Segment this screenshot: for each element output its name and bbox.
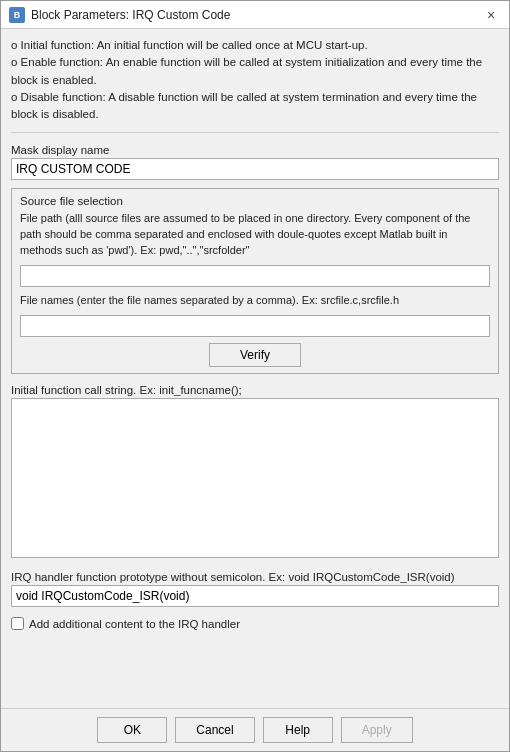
apply-button[interactable]: Apply (341, 717, 413, 743)
initial-function-label: Initial function call string. Ex: init_f… (11, 384, 499, 396)
info-line3: o Disable function: A disable function w… (11, 89, 499, 124)
file-path-input[interactable] (20, 265, 490, 287)
dialog-icon: B (9, 7, 25, 23)
bottom-button-bar: OK Cancel Help Apply (1, 708, 509, 751)
additional-content-checkbox[interactable] (11, 617, 24, 630)
mask-display-section: Mask display name (11, 142, 499, 180)
additional-content-row: Add additional content to the IRQ handle… (11, 617, 499, 630)
source-file-title: Source file selection (20, 195, 490, 207)
additional-content-label: Add additional content to the IRQ handle… (29, 618, 240, 630)
close-button[interactable]: × (481, 5, 501, 25)
mask-display-input[interactable] (11, 158, 499, 180)
file-names-input[interactable] (20, 315, 490, 337)
irq-handler-label: IRQ handler function prototype without s… (11, 571, 499, 583)
verify-button[interactable]: Verify (209, 343, 301, 367)
help-button[interactable]: Help (263, 717, 333, 743)
initial-function-input[interactable] (11, 398, 499, 558)
title-bar: B Block Parameters: IRQ Custom Code × (1, 1, 509, 29)
source-file-group: Source file selection File path (alll so… (11, 188, 499, 374)
title-bar-left: B Block Parameters: IRQ Custom Code (9, 7, 230, 23)
dialog-title: Block Parameters: IRQ Custom Code (31, 8, 230, 22)
dialog-content: o Initial function: An initial function … (1, 29, 509, 708)
irq-handler-section: IRQ handler function prototype without s… (11, 571, 499, 607)
irq-handler-input[interactable] (11, 585, 499, 607)
file-names-label: File names (enter the file names separat… (20, 293, 490, 309)
info-line2: o Enable function: An enable function wi… (11, 54, 499, 89)
cancel-button[interactable]: Cancel (175, 717, 254, 743)
dialog-window: B Block Parameters: IRQ Custom Code × o … (0, 0, 510, 752)
mask-display-label: Mask display name (11, 144, 499, 156)
ok-button[interactable]: OK (97, 717, 167, 743)
file-path-label: File path (alll source files are assumed… (20, 211, 490, 259)
initial-function-section: Initial function call string. Ex: init_f… (11, 380, 499, 561)
info-section: o Initial function: An initial function … (11, 37, 499, 123)
divider1 (11, 132, 499, 133)
info-line1: o Initial function: An initial function … (11, 37, 499, 54)
